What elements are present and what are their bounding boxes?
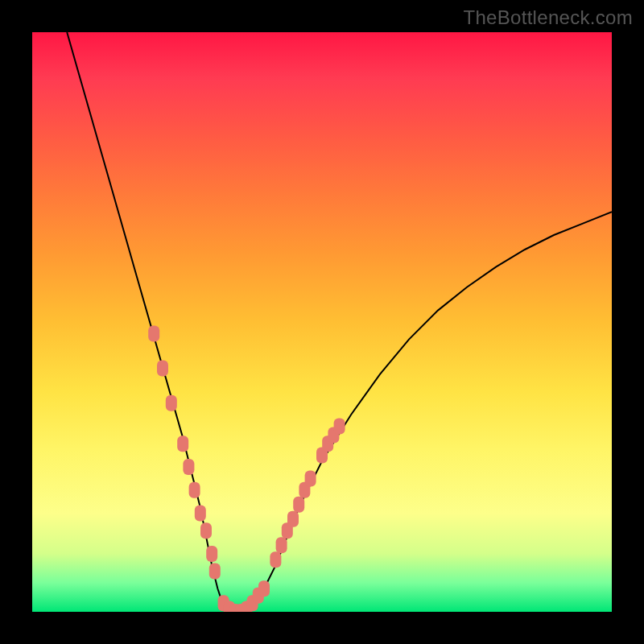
data-point bbox=[209, 564, 221, 580]
data-point bbox=[166, 395, 177, 411]
data-point bbox=[157, 361, 168, 377]
data-point bbox=[206, 546, 217, 562]
data-point bbox=[189, 482, 200, 498]
chart-overlay bbox=[32, 32, 612, 612]
data-point bbox=[148, 325, 159, 341]
data-point bbox=[258, 580, 270, 597]
data-point bbox=[287, 511, 299, 527]
data-point bbox=[276, 537, 287, 553]
watermark-text: TheBottleneck.com bbox=[463, 6, 633, 29]
data-point bbox=[293, 497, 304, 513]
data-point bbox=[334, 419, 345, 435]
data-point bbox=[195, 506, 206, 522]
data-point bbox=[183, 459, 194, 475]
data-point bbox=[200, 522, 212, 539]
data-point bbox=[177, 436, 188, 452]
data-point bbox=[270, 551, 281, 568]
highlighted-data-points bbox=[148, 325, 345, 612]
bottleneck-curve bbox=[67, 32, 612, 612]
data-point bbox=[305, 470, 316, 486]
